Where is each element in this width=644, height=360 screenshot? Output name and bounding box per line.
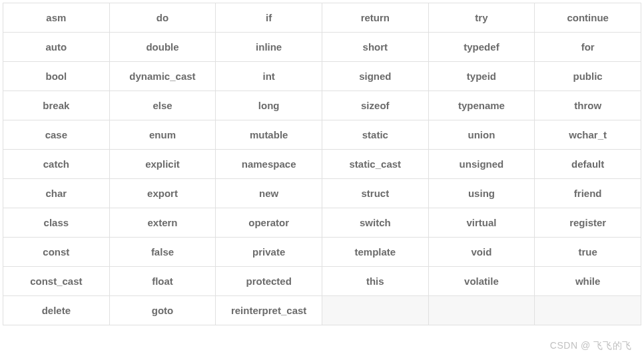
keyword-cell: false xyxy=(109,238,216,267)
keyword-cell: inline xyxy=(216,33,322,62)
cpp-keywords-table: asm do if return try continue auto doubl… xyxy=(3,3,641,325)
keyword-cell: auto xyxy=(3,33,110,62)
keyword-cell: virtual xyxy=(428,208,535,238)
keyword-cell: friend xyxy=(535,179,641,208)
keyword-cell: sizeof xyxy=(322,91,428,120)
keyword-cell: private xyxy=(216,238,322,267)
keyword-cell: delete xyxy=(3,296,110,325)
keyword-cell-empty xyxy=(322,296,428,325)
keyword-cell: reinterpret_cast xyxy=(216,296,322,325)
keyword-cell: continue xyxy=(535,3,641,33)
keyword-cell: short xyxy=(322,33,428,62)
keyword-cell: void xyxy=(428,238,535,267)
keyword-cell: true xyxy=(535,238,641,267)
keyword-cell: float xyxy=(109,267,216,296)
keyword-cell: try xyxy=(428,3,535,33)
keyword-cell: static_cast xyxy=(322,150,428,179)
keyword-cell: static xyxy=(322,120,428,150)
keyword-cell: volatile xyxy=(428,267,535,296)
keyword-cell: register xyxy=(535,208,641,238)
keyword-cell: case xyxy=(3,120,110,150)
keyword-cell: double xyxy=(109,33,216,62)
keyword-cell: typename xyxy=(428,91,535,120)
keyword-cell: const xyxy=(3,238,110,267)
keyword-cell: public xyxy=(535,62,641,91)
keyword-cell: do xyxy=(109,3,216,33)
table-row: const_cast float protected this volatile… xyxy=(3,267,641,296)
keyword-cell: return xyxy=(322,3,428,33)
table-row: auto double inline short typedef for xyxy=(3,33,641,62)
keyword-cell: switch xyxy=(322,208,428,238)
keyword-cell: using xyxy=(428,179,535,208)
table-row: break else long sizeof typename throw xyxy=(3,91,641,120)
keyword-cell: throw xyxy=(535,91,641,120)
table-row: asm do if return try continue xyxy=(3,3,641,33)
keyword-cell-empty xyxy=(428,296,535,325)
keyword-cell: new xyxy=(216,179,322,208)
table-row: case enum mutable static union wchar_t xyxy=(3,120,641,150)
keyword-cell: unsigned xyxy=(428,150,535,179)
keyword-cell: dynamic_cast xyxy=(109,62,216,91)
keyword-cell: break xyxy=(3,91,110,120)
keyword-cell: class xyxy=(3,208,110,238)
table-row: delete goto reinterpret_cast xyxy=(3,296,641,325)
keyword-cell: export xyxy=(109,179,216,208)
keyword-cell: explicit xyxy=(109,150,216,179)
keyword-cell: struct xyxy=(322,179,428,208)
keyword-cell: wchar_t xyxy=(535,120,641,150)
keyword-cell: mutable xyxy=(216,120,322,150)
table-row: bool dynamic_cast int signed typeid publ… xyxy=(3,62,641,91)
keyword-cell: char xyxy=(3,179,110,208)
table-row: class extern operator switch virtual reg… xyxy=(3,208,641,238)
keyword-cell: const_cast xyxy=(3,267,110,296)
keyword-cell-empty xyxy=(535,296,641,325)
keyword-cell: goto xyxy=(109,296,216,325)
keyword-cell: namespace xyxy=(216,150,322,179)
keyword-cell: union xyxy=(428,120,535,150)
keyword-cell: extern xyxy=(109,208,216,238)
keyword-cell: default xyxy=(535,150,641,179)
keyword-cell: bool xyxy=(3,62,110,91)
keyword-cell: asm xyxy=(3,3,110,33)
keyword-cell: typeid xyxy=(428,62,535,91)
keyword-cell: if xyxy=(216,3,322,33)
keyword-cell: enum xyxy=(109,120,216,150)
keyword-cell: this xyxy=(322,267,428,296)
keyword-cell: long xyxy=(216,91,322,120)
table-row: const false private template void true xyxy=(3,238,641,267)
keyword-cell: catch xyxy=(3,150,110,179)
table-body: asm do if return try continue auto doubl… xyxy=(3,3,641,325)
keyword-cell: typedef xyxy=(428,33,535,62)
keyword-cell: protected xyxy=(216,267,322,296)
keyword-cell: while xyxy=(535,267,641,296)
keyword-cell: template xyxy=(322,238,428,267)
keyword-cell: operator xyxy=(216,208,322,238)
keyword-cell: int xyxy=(216,62,322,91)
keyword-cell: signed xyxy=(322,62,428,91)
table-row: char export new struct using friend xyxy=(3,179,641,208)
table-row: catch explicit namespace static_cast uns… xyxy=(3,150,641,179)
keyword-cell: else xyxy=(109,91,216,120)
keyword-cell: for xyxy=(535,33,641,62)
